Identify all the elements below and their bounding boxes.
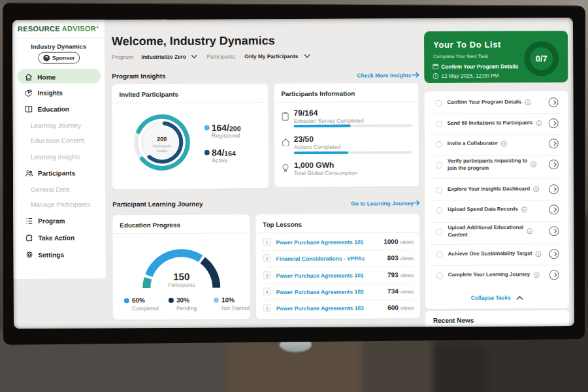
svg-text:Participants: Participants bbox=[152, 144, 171, 148]
svg-text:200: 200 bbox=[157, 135, 167, 142]
svg-text:0/7: 0/7 bbox=[536, 54, 547, 63]
svg-text:Invited: Invited bbox=[156, 148, 167, 152]
